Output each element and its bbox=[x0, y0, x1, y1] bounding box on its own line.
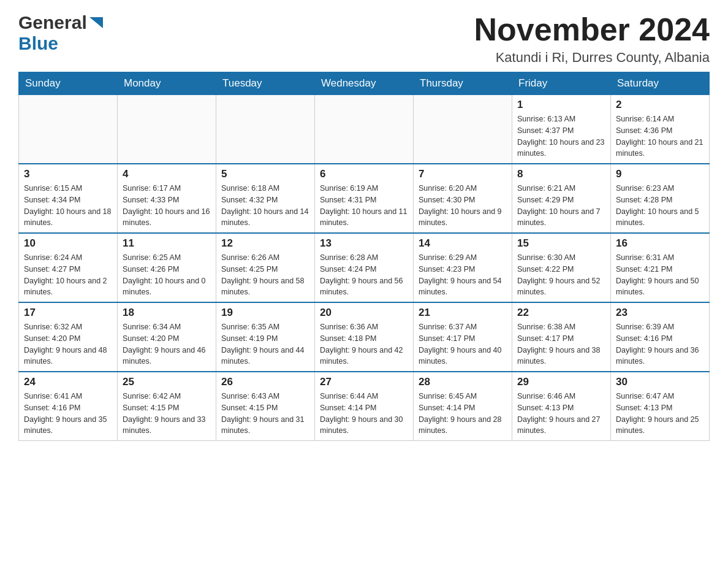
day-header-thursday: Thursday bbox=[414, 72, 512, 95]
day-header-monday: Monday bbox=[118, 72, 216, 95]
day-info: Sunrise: 6:29 AMSunset: 4:23 PMDaylight:… bbox=[419, 252, 507, 298]
day-number: 5 bbox=[221, 168, 309, 180]
calendar-cell: 16Sunrise: 6:31 AMSunset: 4:21 PMDayligh… bbox=[611, 233, 710, 302]
day-number: 30 bbox=[616, 376, 704, 388]
day-info: Sunrise: 6:28 AMSunset: 4:24 PMDaylight:… bbox=[320, 252, 408, 298]
title-section: November 2024 Katundi i Ri, Durres Count… bbox=[474, 12, 710, 66]
calendar-cell: 15Sunrise: 6:30 AMSunset: 4:22 PMDayligh… bbox=[512, 233, 611, 302]
day-number: 11 bbox=[123, 237, 211, 250]
calendar-cell: 28Sunrise: 6:45 AMSunset: 4:14 PMDayligh… bbox=[414, 372, 512, 441]
day-number: 12 bbox=[221, 237, 309, 250]
calendar-cell: 5Sunrise: 6:18 AMSunset: 4:32 PMDaylight… bbox=[216, 164, 315, 233]
day-number: 9 bbox=[616, 168, 704, 180]
calendar-cell: 8Sunrise: 6:21 AMSunset: 4:29 PMDaylight… bbox=[512, 164, 611, 233]
day-header-saturday: Saturday bbox=[611, 72, 710, 95]
calendar-cell: 25Sunrise: 6:42 AMSunset: 4:15 PMDayligh… bbox=[118, 372, 216, 441]
day-number: 23 bbox=[616, 307, 704, 319]
day-number: 15 bbox=[517, 237, 605, 250]
calendar-cell: 2Sunrise: 6:14 AMSunset: 4:36 PMDaylight… bbox=[611, 95, 710, 164]
day-info: Sunrise: 6:37 AMSunset: 4:17 PMDaylight:… bbox=[419, 321, 507, 367]
calendar-cell bbox=[315, 95, 414, 164]
calendar-cell: 29Sunrise: 6:46 AMSunset: 4:13 PMDayligh… bbox=[512, 372, 611, 441]
day-number: 10 bbox=[24, 237, 112, 250]
day-info: Sunrise: 6:34 AMSunset: 4:20 PMDaylight:… bbox=[123, 321, 211, 367]
day-info: Sunrise: 6:23 AMSunset: 4:28 PMDaylight:… bbox=[616, 183, 704, 229]
day-info: Sunrise: 6:35 AMSunset: 4:19 PMDaylight:… bbox=[221, 321, 309, 367]
calendar-cell: 17Sunrise: 6:32 AMSunset: 4:20 PMDayligh… bbox=[19, 302, 118, 372]
day-info: Sunrise: 6:15 AMSunset: 4:34 PMDaylight:… bbox=[24, 183, 112, 229]
day-info: Sunrise: 6:44 AMSunset: 4:14 PMDaylight:… bbox=[320, 391, 408, 437]
day-number: 1 bbox=[517, 99, 605, 111]
day-info: Sunrise: 6:43 AMSunset: 4:15 PMDaylight:… bbox=[221, 391, 309, 437]
calendar-cell: 11Sunrise: 6:25 AMSunset: 4:26 PMDayligh… bbox=[118, 233, 216, 302]
day-info: Sunrise: 6:32 AMSunset: 4:20 PMDaylight:… bbox=[24, 321, 112, 367]
day-info: Sunrise: 6:17 AMSunset: 4:33 PMDaylight:… bbox=[123, 183, 211, 229]
day-number: 4 bbox=[123, 168, 211, 180]
calendar-cell: 9Sunrise: 6:23 AMSunset: 4:28 PMDaylight… bbox=[611, 164, 710, 233]
day-number: 19 bbox=[221, 307, 309, 319]
calendar-cell: 12Sunrise: 6:26 AMSunset: 4:25 PMDayligh… bbox=[216, 233, 315, 302]
day-number: 7 bbox=[419, 168, 507, 180]
calendar-cell: 30Sunrise: 6:47 AMSunset: 4:13 PMDayligh… bbox=[611, 372, 710, 441]
svg-marker-0 bbox=[89, 17, 103, 28]
calendar-week-2: 3Sunrise: 6:15 AMSunset: 4:34 PMDaylight… bbox=[19, 164, 710, 233]
day-info: Sunrise: 6:21 AMSunset: 4:29 PMDaylight:… bbox=[517, 183, 605, 229]
day-number: 14 bbox=[419, 237, 507, 250]
calendar-cell: 3Sunrise: 6:15 AMSunset: 4:34 PMDaylight… bbox=[19, 164, 118, 233]
day-header-wednesday: Wednesday bbox=[315, 72, 414, 95]
day-header-friday: Friday bbox=[512, 72, 611, 95]
calendar-cell: 22Sunrise: 6:38 AMSunset: 4:17 PMDayligh… bbox=[512, 302, 611, 372]
logo-arrow-icon bbox=[89, 17, 103, 31]
day-info: Sunrise: 6:31 AMSunset: 4:21 PMDaylight:… bbox=[616, 252, 704, 298]
day-number: 25 bbox=[123, 376, 211, 388]
calendar-cell bbox=[19, 95, 118, 164]
day-info: Sunrise: 6:19 AMSunset: 4:31 PMDaylight:… bbox=[320, 183, 408, 229]
day-number: 13 bbox=[320, 237, 408, 250]
calendar-week-5: 24Sunrise: 6:41 AMSunset: 4:16 PMDayligh… bbox=[19, 372, 710, 441]
calendar-cell: 26Sunrise: 6:43 AMSunset: 4:15 PMDayligh… bbox=[216, 372, 315, 441]
day-number: 8 bbox=[517, 168, 605, 180]
location: Katundi i Ri, Durres County, Albania bbox=[474, 50, 710, 66]
day-number: 22 bbox=[517, 307, 605, 319]
day-number: 21 bbox=[419, 307, 507, 319]
calendar-cell: 18Sunrise: 6:34 AMSunset: 4:20 PMDayligh… bbox=[118, 302, 216, 372]
day-info: Sunrise: 6:25 AMSunset: 4:26 PMDaylight:… bbox=[123, 252, 211, 298]
day-number: 3 bbox=[24, 168, 112, 180]
calendar-cell: 7Sunrise: 6:20 AMSunset: 4:30 PMDaylight… bbox=[414, 164, 512, 233]
day-number: 27 bbox=[320, 376, 408, 388]
calendar-week-1: 1Sunrise: 6:13 AMSunset: 4:37 PMDaylight… bbox=[19, 95, 710, 164]
day-info: Sunrise: 6:38 AMSunset: 4:17 PMDaylight:… bbox=[517, 321, 605, 367]
calendar-cell bbox=[414, 95, 512, 164]
day-number: 16 bbox=[616, 237, 704, 250]
page-header: General Blue November 2024 Katundi i Ri,… bbox=[18, 12, 710, 66]
calendar-cell: 1Sunrise: 6:13 AMSunset: 4:37 PMDaylight… bbox=[512, 95, 611, 164]
day-number: 24 bbox=[24, 376, 112, 388]
day-info: Sunrise: 6:24 AMSunset: 4:27 PMDaylight:… bbox=[24, 252, 112, 298]
calendar-cell: 24Sunrise: 6:41 AMSunset: 4:16 PMDayligh… bbox=[19, 372, 118, 441]
day-info: Sunrise: 6:47 AMSunset: 4:13 PMDaylight:… bbox=[616, 391, 704, 437]
day-info: Sunrise: 6:41 AMSunset: 4:16 PMDaylight:… bbox=[24, 391, 112, 437]
calendar-cell: 6Sunrise: 6:19 AMSunset: 4:31 PMDaylight… bbox=[315, 164, 414, 233]
calendar-cell bbox=[216, 95, 315, 164]
day-number: 6 bbox=[320, 168, 408, 180]
day-info: Sunrise: 6:39 AMSunset: 4:16 PMDaylight:… bbox=[616, 321, 704, 367]
day-info: Sunrise: 6:13 AMSunset: 4:37 PMDaylight:… bbox=[517, 113, 605, 159]
day-header-tuesday: Tuesday bbox=[216, 72, 315, 95]
day-number: 28 bbox=[419, 376, 507, 388]
day-number: 26 bbox=[221, 376, 309, 388]
day-info: Sunrise: 6:18 AMSunset: 4:32 PMDaylight:… bbox=[221, 183, 309, 229]
day-info: Sunrise: 6:36 AMSunset: 4:18 PMDaylight:… bbox=[320, 321, 408, 367]
logo-general: General bbox=[18, 12, 87, 33]
calendar-cell: 23Sunrise: 6:39 AMSunset: 4:16 PMDayligh… bbox=[611, 302, 710, 372]
day-number: 29 bbox=[517, 376, 605, 388]
calendar-header-row: SundayMondayTuesdayWednesdayThursdayFrid… bbox=[19, 72, 710, 95]
day-info: Sunrise: 6:45 AMSunset: 4:14 PMDaylight:… bbox=[419, 391, 507, 437]
logo-blue: Blue bbox=[18, 33, 58, 53]
calendar-week-4: 17Sunrise: 6:32 AMSunset: 4:20 PMDayligh… bbox=[19, 302, 710, 372]
calendar-cell: 4Sunrise: 6:17 AMSunset: 4:33 PMDaylight… bbox=[118, 164, 216, 233]
day-info: Sunrise: 6:30 AMSunset: 4:22 PMDaylight:… bbox=[517, 252, 605, 298]
calendar-cell: 19Sunrise: 6:35 AMSunset: 4:19 PMDayligh… bbox=[216, 302, 315, 372]
day-info: Sunrise: 6:20 AMSunset: 4:30 PMDaylight:… bbox=[419, 183, 507, 229]
calendar-cell: 27Sunrise: 6:44 AMSunset: 4:14 PMDayligh… bbox=[315, 372, 414, 441]
calendar-table: SundayMondayTuesdayWednesdayThursdayFrid… bbox=[18, 72, 710, 441]
